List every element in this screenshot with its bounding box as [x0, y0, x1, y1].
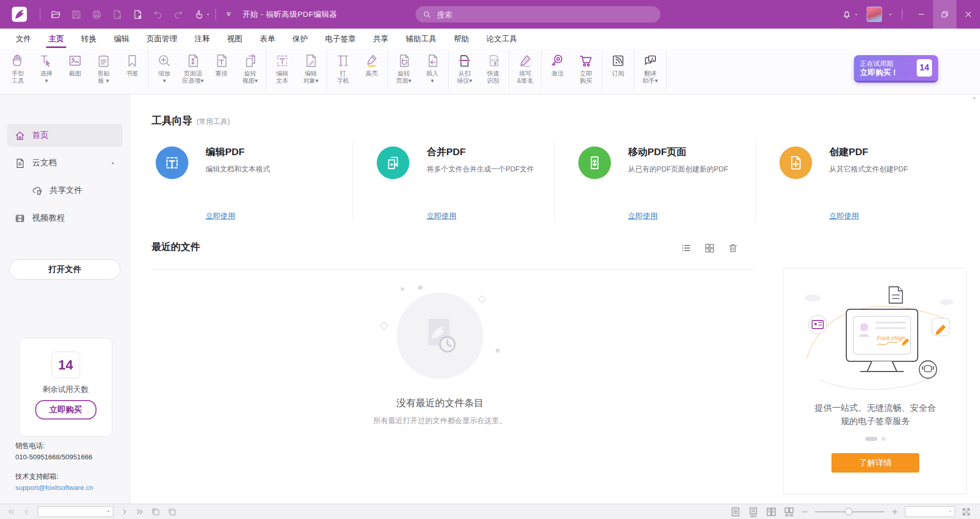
rotate-view-tool-button[interactable]: 旋转视图▾ [236, 53, 264, 84]
open-file-button[interactable] [45, 4, 66, 24]
add-page-button[interactable] [127, 4, 148, 24]
snapshot-area-icon[interactable] [167, 507, 177, 516]
fill-sign-tool-button[interactable]: 填写&签名 [511, 53, 540, 84]
facing-view-icon[interactable] [766, 506, 777, 517]
scroll-up-arrow-icon[interactable] [971, 95, 977, 102]
zoom-slider-handle[interactable] [845, 508, 852, 515]
notifications-caret-icon[interactable] [854, 12, 859, 17]
snapshot-tool-button[interactable]: 截图 [61, 53, 89, 77]
carousel-dot[interactable] [881, 437, 886, 441]
restore-button[interactable] [933, 0, 957, 29]
last-page-icon[interactable] [136, 508, 144, 516]
reflow-tool-button[interactable]: 重排 [207, 53, 236, 77]
sidebar-item-cloud-docs[interactable]: 云文档 [7, 152, 122, 175]
trial-badge-button[interactable]: 正在试用期 立即购买！ 14 [854, 55, 938, 81]
facing-continuous-view-icon[interactable] [783, 506, 795, 517]
highlight-tool-button[interactable]: 高亮 [357, 53, 386, 77]
edit-object-tool-button[interactable]: 编辑对象▾ [297, 53, 325, 84]
support-email-link[interactable]: support@foxitsoftware.cn [15, 484, 93, 491]
open-file-button[interactable]: 打开文件 [9, 259, 120, 280]
sidebar-item-label: 视频教程 [32, 213, 65, 224]
single-page-view-icon[interactable] [730, 506, 741, 517]
menu-item-protect[interactable]: 保护 [284, 29, 316, 49]
menu-item-page-manage[interactable]: 页面管理 [138, 29, 186, 49]
sales-phone-number: 010-50951668/50951666 [15, 452, 93, 463]
next-page-icon[interactable] [120, 508, 129, 516]
menu-item-edit[interactable]: 编辑 [105, 29, 138, 49]
zoom-slider[interactable] [815, 511, 885, 512]
snapshot-copy-icon[interactable] [151, 507, 160, 516]
select-tool-button[interactable]: 选择▾ [32, 53, 61, 84]
first-page-icon[interactable] [7, 508, 15, 516]
clipboard-tool-button[interactable]: 剪贴板 ▾ [89, 53, 118, 84]
menu-item-file[interactable]: 文件 [7, 29, 40, 49]
tool-card-desc: 编辑文档和文本格式 [206, 165, 270, 174]
page-number-box[interactable] [38, 506, 113, 517]
edit-text-tool-button[interactable]: 编辑文本 [268, 53, 297, 84]
use-now-link[interactable]: 立即使用 [829, 211, 859, 221]
search-box[interactable] [415, 6, 660, 22]
grid-view-icon[interactable] [704, 242, 715, 254]
use-now-link[interactable]: 立即使用 [628, 211, 658, 221]
tool-card-move-pdf-pages: 移动PDF页面从已有的PDF页面创建新的PDF立即使用 [554, 141, 755, 222]
activate-tool-button[interactable]: 激活 [543, 53, 572, 77]
insert-page-tool-button[interactable]: 插入▾ [418, 53, 447, 84]
tool-cards: 编辑PDF编辑文档和文本格式立即使用合并PDF将多个文件合并生成一个PDF文件立… [152, 141, 957, 222]
menu-item-help[interactable]: 帮助 [445, 29, 478, 49]
sidebar-item-video-tutorials[interactable]: 视频教程 [7, 207, 122, 230]
zoom-level-box[interactable] [905, 506, 955, 517]
statusbar [0, 504, 980, 519]
zoom-in-icon[interactable] [891, 508, 898, 515]
zoom-tool-button[interactable]: 缩放▾ [150, 53, 179, 84]
menu-item-home[interactable]: 主页 [40, 29, 72, 49]
trash-icon[interactable] [727, 242, 739, 254]
chevron-down-icon[interactable] [110, 161, 115, 166]
menu-item-view[interactable]: 视图 [218, 29, 251, 49]
svg-text:A: A [651, 57, 654, 62]
menu-item-esign[interactable]: 电子签章 [316, 29, 364, 49]
ribbon-group: 编辑文本编辑对象▾ [266, 50, 327, 90]
prev-page-icon[interactable] [22, 508, 31, 516]
avatar[interactable] [867, 7, 882, 22]
menu-item-paper-tools[interactable]: 论文工具 [478, 29, 526, 49]
page-number-input[interactable] [38, 508, 106, 515]
menu-item-accessibility[interactable]: 辅助工具 [397, 29, 445, 49]
translate-tool-button[interactable]: A翻译助手▾ [636, 53, 665, 84]
zoom-level-input[interactable] [905, 508, 948, 515]
buy-now-button[interactable]: 立即购买 [35, 400, 96, 419]
menu-item-share[interactable]: 共享 [364, 29, 397, 49]
rotate-pages-tool-button[interactable]: 旋转页面▾ [389, 53, 418, 84]
subscribe-tool-button[interactable]: 订阅 [604, 53, 632, 77]
close-button[interactable] [957, 0, 980, 29]
zoom-level-caret-icon[interactable] [948, 509, 952, 514]
account-caret-icon[interactable] [888, 12, 893, 17]
page-fit-tool-button[interactable]: 页面适应选项▾ [179, 53, 207, 84]
search-input[interactable] [436, 10, 622, 19]
collapse-ribbon-button[interactable] [221, 7, 236, 22]
menu-item-form[interactable]: 表单 [251, 29, 284, 49]
rotate-pages-tool-label: 旋转页面▾ [396, 70, 411, 84]
menu-item-comment[interactable]: 注释 [186, 29, 218, 49]
buy-now-tool-label: 立即购买 [580, 70, 592, 84]
bookmark-tool-button[interactable]: 书签 [118, 53, 146, 77]
minimize-button[interactable] [910, 0, 933, 29]
menu-item-convert[interactable]: 转换 [72, 29, 105, 49]
hand-tool-button[interactable]: 手型工具 [4, 53, 32, 84]
touch-mode-caret-icon[interactable] [206, 12, 210, 17]
use-now-link[interactable]: 立即使用 [427, 211, 456, 221]
fullscreen-icon[interactable] [962, 507, 971, 516]
page-number-caret-icon[interactable] [106, 509, 111, 514]
sidebar-item-shared-files[interactable]: 共享文件 [7, 179, 122, 202]
zoom-out-icon[interactable] [801, 508, 808, 515]
scanner-tool-button[interactable]: 从扫描仪▾ [450, 53, 479, 84]
buy-now-tool-button[interactable]: 立即购买 [572, 53, 600, 84]
learn-more-button[interactable]: 了解详情 [831, 453, 919, 473]
continuous-view-icon[interactable] [748, 506, 759, 517]
typewriter-tool-button[interactable]: 打字机 [329, 53, 357, 84]
carousel-dot-active[interactable] [865, 437, 877, 441]
sidebar-item-home[interactable]: 首页 [7, 124, 122, 147]
tool-card-desc: 从其它格式文件创建PDF [829, 165, 908, 174]
list-view-icon[interactable] [680, 242, 692, 254]
ocr-tool-button[interactable]: OCR快速识别 [479, 53, 507, 84]
use-now-link[interactable]: 立即使用 [206, 211, 235, 221]
